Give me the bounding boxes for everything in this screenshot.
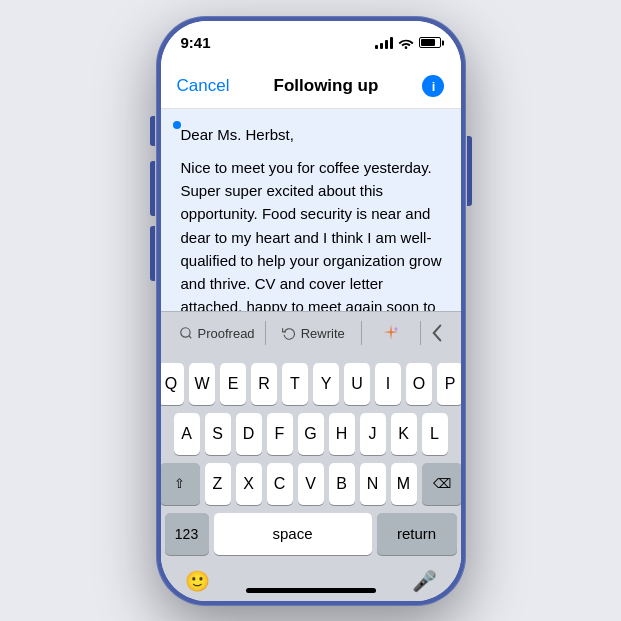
key-h[interactable]: H [329,413,355,455]
cursor-handle [173,121,181,129]
battery-icon [419,37,441,48]
email-body[interactable]: Dear Ms. Herbst, Nice to meet you for co… [161,109,461,311]
cancel-button[interactable]: Cancel [177,76,230,96]
key-o[interactable]: O [406,363,432,405]
key-f[interactable]: F [267,413,293,455]
key-s[interactable]: S [205,413,231,455]
email-paragraph1: Nice to meet you for coffee yesterday. S… [181,156,445,311]
shift-key[interactable]: ⇧ [161,463,200,505]
key-k[interactable]: K [391,413,417,455]
key-w[interactable]: W [189,363,215,405]
keyboard-row-1: Q W E R T Y U I O P [165,363,457,405]
signal-icon [375,37,393,49]
return-key[interactable]: return [377,513,457,555]
key-j[interactable]: J [360,413,386,455]
key-c[interactable]: C [267,463,293,505]
toolbar-arrow-button[interactable] [421,324,453,342]
key-l[interactable]: L [422,413,448,455]
rewrite-icon [282,326,296,340]
toolbar: Proofread Rewrite [161,311,461,355]
mic-button[interactable]: 🎤 [412,569,437,593]
key-e[interactable]: E [220,363,246,405]
email-greeting: Dear Ms. Herbst, [181,123,445,146]
key-a[interactable]: A [174,413,200,455]
emoji-button[interactable]: 🙂 [185,569,210,593]
chevron-left-icon [431,324,443,342]
proofread-label: Proofread [198,326,255,341]
proofread-button[interactable]: Proofread [169,320,265,347]
bottom-bar: 🙂 🎤 [161,567,461,601]
svg-point-0 [180,328,189,337]
space-key[interactable]: space [214,513,372,555]
key-p[interactable]: P [437,363,461,405]
key-g[interactable]: G [298,413,324,455]
status-bar: 9:41 [161,21,461,65]
keyboard-row-3: ⇧ Z X C V B N M ⌫ [165,463,457,505]
nav-bar: Cancel Following up i [161,65,461,109]
key-y[interactable]: Y [313,363,339,405]
key-d[interactable]: D [236,413,262,455]
delete-key[interactable]: ⌫ [422,463,461,505]
key-r[interactable]: R [251,363,277,405]
rewrite-label: Rewrite [301,326,345,341]
nav-title: Following up [274,76,379,96]
home-indicator [246,588,376,593]
key-t[interactable]: T [282,363,308,405]
proofread-icon [179,326,193,340]
wifi-icon [398,37,414,49]
key-v[interactable]: V [298,463,324,505]
num-key[interactable]: 123 [165,513,209,555]
key-i[interactable]: I [375,363,401,405]
email-content: Dear Ms. Herbst, Nice to meet you for co… [177,123,445,311]
key-x[interactable]: X [236,463,262,505]
key-z[interactable]: Z [205,463,231,505]
status-icons [375,37,441,49]
sparkle-icon [381,323,401,343]
status-time: 9:41 [181,34,211,51]
info-button[interactable]: i [422,75,444,97]
keyboard: Q W E R T Y U I O P A S D F G H J K [161,355,461,567]
ai-button[interactable] [362,317,420,349]
rewrite-button[interactable]: Rewrite [266,320,361,347]
key-u[interactable]: U [344,363,370,405]
svg-line-1 [188,336,191,339]
key-n[interactable]: N [360,463,386,505]
key-b[interactable]: B [329,463,355,505]
key-q[interactable]: Q [161,363,185,405]
keyboard-row-2: A S D F G H J K L [165,413,457,455]
keyboard-row-4: 123 space return [165,513,457,555]
key-m[interactable]: M [391,463,417,505]
